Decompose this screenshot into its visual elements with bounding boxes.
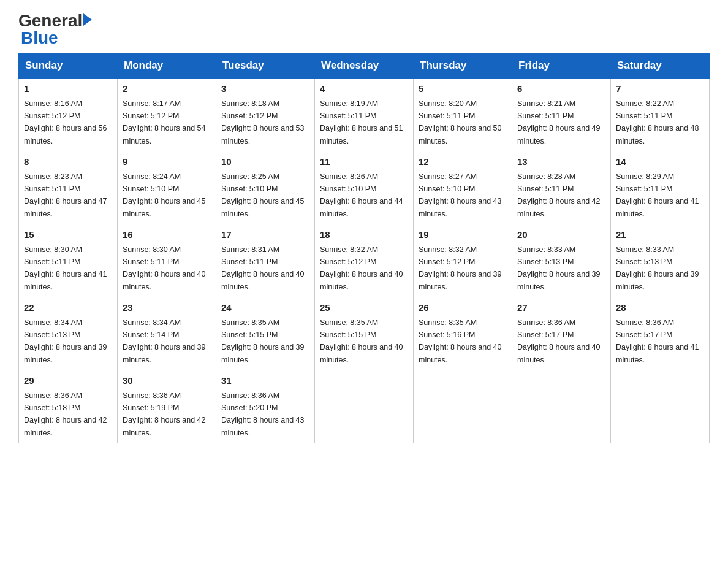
day-number: 23 (123, 301, 211, 315)
day-info: Sunrise: 8:26 AMSunset: 5:10 PMDaylight:… (320, 172, 403, 218)
day-number: 26 (419, 301, 507, 315)
day-cell-2: 2Sunrise: 8:17 AMSunset: 5:12 PMDaylight… (118, 79, 216, 151)
day-number: 3 (221, 82, 309, 96)
week-row-5: 29Sunrise: 8:36 AMSunset: 5:18 PMDayligh… (19, 370, 710, 443)
day-number: 5 (419, 82, 507, 96)
day-number: 8 (24, 155, 112, 169)
day-number: 28 (616, 301, 704, 315)
day-cell-24: 24Sunrise: 8:35 AMSunset: 5:15 PMDayligh… (216, 297, 315, 370)
day-number: 20 (517, 228, 605, 242)
day-cell-27: 27Sunrise: 8:36 AMSunset: 5:17 PMDayligh… (512, 297, 611, 370)
day-info: Sunrise: 8:25 AMSunset: 5:10 PMDaylight:… (221, 172, 305, 218)
weekday-header-thursday: Thursday (414, 53, 512, 79)
weekday-header-friday: Friday (512, 53, 611, 79)
day-number: 13 (517, 155, 605, 169)
day-info: Sunrise: 8:30 AMSunset: 5:11 PMDaylight:… (24, 245, 107, 291)
day-cell-19: 19Sunrise: 8:32 AMSunset: 5:12 PMDayligh… (414, 224, 512, 297)
day-number: 7 (616, 82, 704, 96)
day-cell-13: 13Sunrise: 8:28 AMSunset: 5:11 PMDayligh… (512, 151, 611, 224)
empty-cell (414, 370, 512, 443)
logo: General Blue (18, 12, 92, 47)
day-cell-26: 26Sunrise: 8:35 AMSunset: 5:16 PMDayligh… (414, 297, 512, 370)
day-cell-4: 4Sunrise: 8:19 AMSunset: 5:11 PMDaylight… (315, 79, 414, 151)
page-header: General Blue (18, 12, 710, 47)
day-cell-9: 9Sunrise: 8:24 AMSunset: 5:10 PMDaylight… (118, 151, 216, 224)
day-cell-5: 5Sunrise: 8:20 AMSunset: 5:11 PMDaylight… (414, 79, 512, 151)
day-number: 12 (419, 155, 507, 169)
logo-general: General (18, 12, 82, 29)
day-cell-1: 1Sunrise: 8:16 AMSunset: 5:12 PMDaylight… (19, 79, 118, 151)
day-number: 30 (123, 374, 211, 388)
day-cell-22: 22Sunrise: 8:34 AMSunset: 5:13 PMDayligh… (19, 297, 118, 370)
day-number: 15 (24, 228, 112, 242)
day-info: Sunrise: 8:19 AMSunset: 5:11 PMDaylight:… (320, 99, 403, 145)
weekday-header-wednesday: Wednesday (315, 53, 414, 79)
day-number: 1 (24, 82, 112, 96)
day-number: 2 (123, 82, 211, 96)
day-info: Sunrise: 8:33 AMSunset: 5:13 PMDaylight:… (517, 245, 601, 291)
day-number: 14 (616, 155, 704, 169)
day-cell-20: 20Sunrise: 8:33 AMSunset: 5:13 PMDayligh… (512, 224, 611, 297)
day-info: Sunrise: 8:34 AMSunset: 5:13 PMDaylight:… (24, 318, 107, 364)
day-cell-21: 21Sunrise: 8:33 AMSunset: 5:13 PMDayligh… (611, 224, 710, 297)
day-cell-8: 8Sunrise: 8:23 AMSunset: 5:11 PMDaylight… (19, 151, 118, 224)
day-cell-16: 16Sunrise: 8:30 AMSunset: 5:11 PMDayligh… (118, 224, 216, 297)
day-cell-14: 14Sunrise: 8:29 AMSunset: 5:11 PMDayligh… (611, 151, 710, 224)
day-number: 29 (24, 374, 112, 388)
day-info: Sunrise: 8:35 AMSunset: 5:15 PMDaylight:… (221, 318, 305, 364)
day-info: Sunrise: 8:32 AMSunset: 5:12 PMDaylight:… (320, 245, 403, 291)
day-cell-23: 23Sunrise: 8:34 AMSunset: 5:14 PMDayligh… (118, 297, 216, 370)
day-info: Sunrise: 8:24 AMSunset: 5:10 PMDaylight:… (123, 172, 206, 218)
day-info: Sunrise: 8:35 AMSunset: 5:15 PMDaylight:… (320, 318, 403, 364)
day-info: Sunrise: 8:29 AMSunset: 5:11 PMDaylight:… (616, 172, 699, 218)
weekday-header-sunday: Sunday (19, 53, 118, 79)
day-number: 24 (221, 301, 309, 315)
day-number: 6 (517, 82, 605, 96)
day-cell-12: 12Sunrise: 8:27 AMSunset: 5:10 PMDayligh… (414, 151, 512, 224)
logo-arrow-icon (83, 13, 92, 26)
day-number: 19 (419, 228, 507, 242)
day-info: Sunrise: 8:36 AMSunset: 5:18 PMDaylight:… (24, 391, 107, 437)
day-cell-11: 11Sunrise: 8:26 AMSunset: 5:10 PMDayligh… (315, 151, 414, 224)
day-info: Sunrise: 8:28 AMSunset: 5:11 PMDaylight:… (517, 172, 601, 218)
empty-cell (315, 370, 414, 443)
day-info: Sunrise: 8:18 AMSunset: 5:12 PMDaylight:… (221, 99, 305, 145)
day-cell-18: 18Sunrise: 8:32 AMSunset: 5:12 PMDayligh… (315, 224, 414, 297)
day-number: 10 (221, 155, 309, 169)
day-number: 27 (517, 301, 605, 315)
week-row-4: 22Sunrise: 8:34 AMSunset: 5:13 PMDayligh… (19, 297, 710, 370)
day-number: 31 (221, 374, 309, 388)
day-cell-30: 30Sunrise: 8:36 AMSunset: 5:19 PMDayligh… (118, 370, 216, 443)
day-info: Sunrise: 8:17 AMSunset: 5:12 PMDaylight:… (123, 99, 206, 145)
day-info: Sunrise: 8:20 AMSunset: 5:11 PMDaylight:… (419, 99, 502, 145)
day-info: Sunrise: 8:22 AMSunset: 5:11 PMDaylight:… (616, 99, 699, 145)
day-info: Sunrise: 8:21 AMSunset: 5:11 PMDaylight:… (517, 99, 601, 145)
day-number: 16 (123, 228, 211, 242)
empty-cell (611, 370, 710, 443)
day-number: 25 (320, 301, 408, 315)
day-number: 22 (24, 301, 112, 315)
day-number: 17 (221, 228, 309, 242)
day-cell-15: 15Sunrise: 8:30 AMSunset: 5:11 PMDayligh… (19, 224, 118, 297)
week-row-1: 1Sunrise: 8:16 AMSunset: 5:12 PMDaylight… (19, 79, 710, 151)
day-info: Sunrise: 8:32 AMSunset: 5:12 PMDaylight:… (419, 245, 502, 291)
day-cell-17: 17Sunrise: 8:31 AMSunset: 5:11 PMDayligh… (216, 224, 315, 297)
week-row-3: 15Sunrise: 8:30 AMSunset: 5:11 PMDayligh… (19, 224, 710, 297)
logo-blue: Blue (21, 29, 58, 47)
day-cell-10: 10Sunrise: 8:25 AMSunset: 5:10 PMDayligh… (216, 151, 315, 224)
weekday-header-tuesday: Tuesday (216, 53, 315, 79)
day-number: 18 (320, 228, 408, 242)
day-info: Sunrise: 8:33 AMSunset: 5:13 PMDaylight:… (616, 245, 699, 291)
day-cell-25: 25Sunrise: 8:35 AMSunset: 5:15 PMDayligh… (315, 297, 414, 370)
day-number: 11 (320, 155, 408, 169)
weekday-header-monday: Monday (118, 53, 216, 79)
day-info: Sunrise: 8:27 AMSunset: 5:10 PMDaylight:… (419, 172, 502, 218)
empty-cell (512, 370, 611, 443)
day-cell-28: 28Sunrise: 8:36 AMSunset: 5:17 PMDayligh… (611, 297, 710, 370)
day-info: Sunrise: 8:35 AMSunset: 5:16 PMDaylight:… (419, 318, 502, 364)
day-cell-7: 7Sunrise: 8:22 AMSunset: 5:11 PMDaylight… (611, 79, 710, 151)
week-row-2: 8Sunrise: 8:23 AMSunset: 5:11 PMDaylight… (19, 151, 710, 224)
day-number: 4 (320, 82, 408, 96)
day-cell-31: 31Sunrise: 8:36 AMSunset: 5:20 PMDayligh… (216, 370, 315, 443)
day-info: Sunrise: 8:34 AMSunset: 5:14 PMDaylight:… (123, 318, 206, 364)
